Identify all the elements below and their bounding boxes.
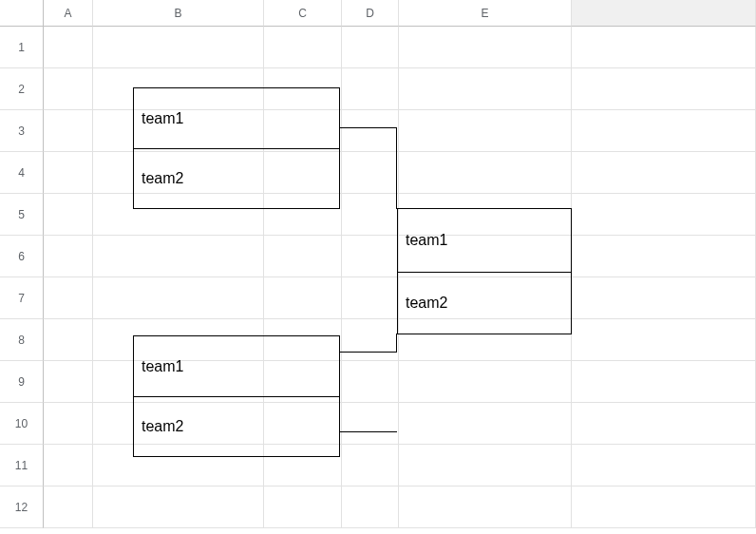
cell[interactable] [264,27,342,68]
row-header-10[interactable]: 10 [0,403,44,445]
cell[interactable] [44,277,93,319]
cell[interactable] [399,236,572,277]
col-header-B[interactable]: B [93,0,264,27]
cell[interactable] [93,403,264,445]
select-all-corner[interactable] [0,0,44,27]
cell[interactable] [264,319,342,361]
row-header-3[interactable]: 3 [0,110,44,152]
cell[interactable] [572,403,756,445]
cell[interactable] [572,27,756,68]
row-header-2[interactable]: 2 [0,68,44,110]
cell[interactable] [342,319,399,361]
cell[interactable] [264,68,342,110]
cell[interactable] [342,152,399,194]
cell[interactable] [44,403,93,445]
cell[interactable] [342,486,399,528]
cell[interactable] [342,236,399,277]
cell[interactable] [399,361,572,403]
cell[interactable] [572,486,756,528]
row-header-11[interactable]: 11 [0,445,44,486]
cell[interactable] [93,152,264,194]
cell[interactable] [44,152,93,194]
cell[interactable] [264,403,342,445]
cell[interactable] [572,277,756,319]
cell[interactable] [399,110,572,152]
row-header-9[interactable]: 9 [0,361,44,403]
cell[interactable] [264,236,342,277]
cell[interactable] [264,361,342,403]
cell[interactable] [44,445,93,486]
cell[interactable] [399,277,572,319]
cell[interactable] [44,68,93,110]
cell[interactable] [93,445,264,486]
cell[interactable] [572,236,756,277]
cell[interactable] [44,361,93,403]
cell[interactable] [572,110,756,152]
row-header-12[interactable]: 12 [0,486,44,528]
row-header-5[interactable]: 5 [0,194,44,236]
cell[interactable] [44,194,93,236]
row-header-4[interactable]: 4 [0,152,44,194]
cell[interactable] [399,152,572,194]
cell[interactable] [572,361,756,403]
cell[interactable] [572,152,756,194]
cell[interactable] [572,194,756,236]
cell[interactable] [44,27,93,68]
cell[interactable] [93,194,264,236]
row-header-6[interactable]: 6 [0,236,44,277]
row-header-7[interactable]: 7 [0,277,44,319]
cell[interactable] [44,236,93,277]
cell[interactable] [93,236,264,277]
cell[interactable] [93,277,264,319]
col-header-E[interactable]: E [399,0,572,27]
cell[interactable] [342,403,399,445]
cell[interactable] [572,68,756,110]
cell[interactable] [44,319,93,361]
cell[interactable] [44,486,93,528]
cell[interactable] [399,27,572,68]
cell[interactable] [399,319,572,361]
cell[interactable] [93,319,264,361]
col-header-blank[interactable] [572,0,756,27]
cell[interactable] [264,277,342,319]
cell[interactable] [572,319,756,361]
row-header-1[interactable]: 1 [0,27,44,68]
cell[interactable] [93,361,264,403]
cell[interactable] [572,445,756,486]
cell[interactable] [264,486,342,528]
cell[interactable] [399,486,572,528]
cell[interactable] [44,110,93,152]
col-header-A[interactable]: A [44,0,93,27]
cell[interactable] [342,110,399,152]
cell[interactable] [342,68,399,110]
cell[interactable] [264,152,342,194]
cell[interactable] [93,68,264,110]
col-header-C[interactable]: C [264,0,342,27]
cell[interactable] [399,194,572,236]
cell[interactable] [264,445,342,486]
cell[interactable] [399,403,572,445]
cell[interactable] [93,486,264,528]
cell[interactable] [342,194,399,236]
cell[interactable] [342,277,399,319]
cell[interactable] [264,194,342,236]
cell[interactable] [93,27,264,68]
cell[interactable] [264,110,342,152]
col-header-D[interactable]: D [342,0,399,27]
cell[interactable] [342,361,399,403]
cell[interactable] [342,445,399,486]
cell[interactable] [399,445,572,486]
cell[interactable] [399,68,572,110]
cell[interactable] [342,27,399,68]
row-header-8[interactable]: 8 [0,319,44,361]
spreadsheet-grid[interactable]: A B C D E 123456789101112 [0,0,756,528]
cell[interactable] [93,110,264,152]
